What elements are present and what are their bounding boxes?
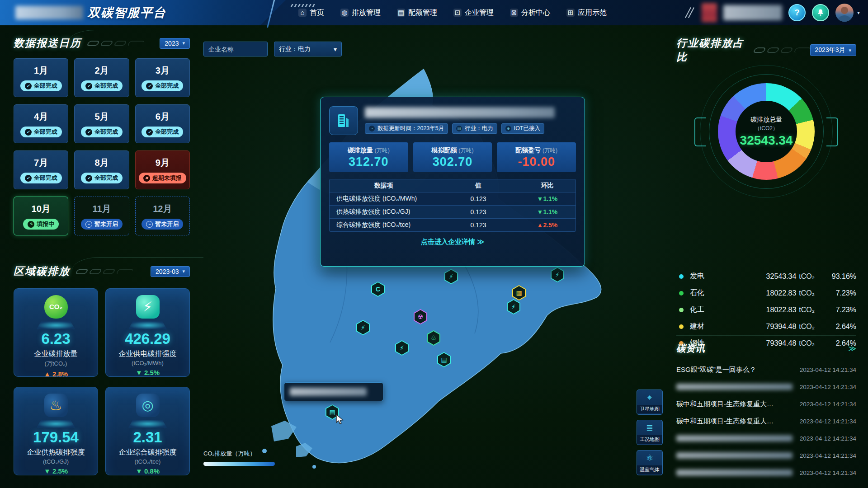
stat-label: 企业供热碳排强度	[14, 448, 98, 457]
legend-unit: tCO₂	[799, 272, 815, 281]
legend-value: 79394.48	[729, 323, 796, 331]
calendar-month-card[interactable]: 7月 ✔ 全部完成	[14, 150, 68, 189]
region-stat-card: ◎ 2.31 企业综合碳排强度 (tCO₂/tce) ▼ 0.8%	[105, 387, 190, 475]
legend-industry-name: 建材	[690, 322, 729, 331]
legend-industry-name: 化工	[690, 305, 729, 314]
news-item-time: 2023-04-12 14:21:34	[782, 401, 856, 408]
title-trail-decoration	[754, 47, 810, 53]
nav-item-label: 排放管理	[352, 8, 381, 18]
news-item-time: 2023-04-12 14:21:34	[782, 418, 856, 425]
nav-menu-item[interactable]: ⊠ 分析中心	[510, 8, 550, 18]
status-text: 全部完成	[34, 82, 57, 90]
popup-stat-value: 312.70	[329, 155, 408, 169]
month-status-badge: − 暂未开启	[142, 219, 183, 230]
month-label: 9月	[136, 157, 189, 169]
popup-stats-row: 碳排放量 (万吨) 312.70 模拟配额 (万吨) 302.70 配额盈亏 (…	[329, 142, 576, 172]
avatar-caret-icon[interactable]: ▾	[857, 9, 860, 16]
help-button[interactable]: ?	[788, 4, 806, 21]
news-list: ESG跟“双碳”是一回事么？ 2023-04-12 14:21:34 2023-…	[676, 361, 856, 481]
month-status-badge: ✔ 全部完成	[142, 80, 183, 91]
news-item[interactable]: ESG跟“双碳”是一回事么？ 2023-04-12 14:21:34	[676, 361, 856, 378]
status-text: 暂未开启	[155, 220, 179, 228]
donut-center-total: 32543.34	[740, 133, 793, 148]
status-text: 全部完成	[155, 128, 179, 136]
news-item[interactable]: 碳中和五期项目-生态修复重大工程 2023-04-12 14:21:34	[676, 413, 856, 430]
industry-select[interactable]: 行业：电力 ▾	[274, 42, 342, 56]
company-name-redacted	[365, 107, 555, 118]
month-label: 12月	[136, 203, 189, 215]
news-item[interactable]: 碳中和五期项目-生态修复重大工程... 2023-04-12 14:21:34	[676, 395, 856, 413]
metric-delta: ▲2.5%	[519, 221, 576, 229]
calendar-month-card[interactable]: 5月 ✔ 全部完成	[74, 104, 129, 143]
brand-logo-redacted	[15, 6, 83, 19]
partner-text-redacted	[723, 5, 782, 20]
nav-menu-item[interactable]: ⌂ 首页	[298, 8, 324, 18]
legend-row: 化工 18022.83 tCO₂ 7.23%	[676, 301, 856, 318]
metric-value: 0.123	[438, 221, 519, 229]
industry-period-dropdown[interactable]: 2023年3月 ▾	[810, 44, 856, 56]
notifications-button[interactable]	[812, 4, 829, 21]
legend-value: 18022.83	[729, 306, 796, 314]
calendar-month-card[interactable]: 3月 ✔ 全部完成	[135, 58, 190, 97]
news-item-time: 2023-04-12 14:21:34	[793, 435, 856, 442]
industry-donut-chart[interactable]: 碳排放总量 （tCO2） 32543.34	[676, 64, 856, 265]
table-header: 值	[438, 182, 519, 190]
calendar-month-card[interactable]: 11月 − 暂未开启	[74, 197, 129, 235]
industry-period-value: 2023年3月	[815, 46, 845, 54]
nav-menu-item[interactable]: ⊡ 企业管理	[453, 8, 494, 18]
enterprise-detail-link[interactable]: 点击进入企业详情 ≫	[329, 238, 576, 246]
nav-item-icon: ⊞	[566, 9, 575, 17]
calendar-month-card[interactable]: 10月 ✎ 填报中	[14, 197, 68, 235]
status-icon: ✔	[25, 129, 32, 136]
status-icon: ✔	[146, 129, 153, 136]
calendar-month-card[interactable]: 1月 ✔ 全部完成	[14, 58, 68, 97]
calendar-month-card[interactable]: 12月 − 暂未开启	[135, 197, 190, 235]
popup-stat-unit: (万吨)	[458, 147, 473, 154]
nav-menu-item[interactable]: ◍ 排放管理	[340, 8, 381, 18]
news-item[interactable]: 2023-04-12 14:21:34	[676, 378, 856, 395]
status-text: 全部完成	[34, 174, 57, 182]
status-icon: ✔	[85, 175, 92, 182]
stat-value: 2.31	[106, 429, 189, 446]
calendar-month-card[interactable]: 4月 ✔ 全部完成	[14, 104, 68, 143]
status-icon: −	[146, 221, 153, 228]
popup-stat-label: 配额盈亏	[515, 146, 541, 154]
nav-menu-item[interactable]: ▤ 配额管理	[397, 8, 437, 18]
calendar-month-grid: 1月 ✔ 全部完成 2月 ✔ 全部完成 3月 ✔ 全部完成 4月	[14, 58, 190, 235]
region-stat-card: CO₂ 6.23 企业碳排放量 (万tCO₂) ▲ 2.8%	[14, 288, 98, 377]
news-item[interactable]: 2023-04-12 14:21:34	[676, 430, 856, 447]
nav-item-icon: ⊠	[510, 9, 518, 17]
user-avatar[interactable]	[835, 4, 854, 22]
status-text: 全部完成	[94, 82, 118, 90]
layer-button-icon: ⚛	[646, 453, 653, 463]
donut-right-bracket-decoration	[826, 117, 838, 146]
news-item[interactable]: 2023-04-12 14:21:34	[676, 447, 856, 464]
region-stat-card: ♨ 179.54 企业供热碳排强度 (tCO₂/GJ) ▼ 2.5%	[14, 387, 98, 475]
calendar-month-card[interactable]: 2月 ✔ 全部完成	[74, 58, 129, 97]
layer-button-label: 卫星地图	[637, 405, 662, 413]
stat-card-icon: ⚡	[136, 295, 160, 319]
month-label: 4月	[14, 111, 68, 123]
nav-menu-item[interactable]: ⊞ 应用示范	[566, 8, 607, 18]
calendar-month-card[interactable]: 9月 ✖ 超期未填报	[135, 150, 190, 189]
calendar-month-card[interactable]: 6月 ✔ 全部完成	[135, 104, 190, 143]
table-header: 环比	[519, 182, 576, 190]
news-more-link[interactable]: ≫	[848, 344, 856, 353]
company-search-input[interactable]	[203, 42, 268, 56]
legend-dot	[679, 324, 684, 329]
iot-badge: ⊕ IOT已接入	[501, 123, 544, 134]
stat-label: 企业供电碳排强度	[106, 349, 189, 359]
status-text: 全部完成	[94, 174, 118, 182]
icon-pedestal-glow	[37, 420, 75, 428]
month-status-badge: ✔ 全部完成	[81, 173, 123, 183]
map-layer-button[interactable]: ⌖ 卫星地图	[637, 389, 663, 415]
donut-center-label: 碳排放总量	[750, 116, 782, 124]
map-layer-button[interactable]: ⚛ 温室气体	[637, 450, 663, 475]
metric-value: 0.123	[438, 208, 519, 216]
news-item[interactable]: 2023-04-12 14:21:34	[676, 464, 856, 481]
calendar-month-card[interactable]: 8月 ✔ 全部完成	[74, 150, 129, 189]
enterprise-detail-popup: ◔ 数据更新时间：2023年5月 ▤ 行业：电力 ⊕ IOT已接入 碳排放量 (…	[320, 97, 585, 267]
month-status-badge: ✔ 全部完成	[20, 173, 62, 183]
month-status-badge: ✔ 全部完成	[20, 80, 62, 91]
map-layer-button[interactable]: ≣ 工况地图	[637, 420, 663, 445]
